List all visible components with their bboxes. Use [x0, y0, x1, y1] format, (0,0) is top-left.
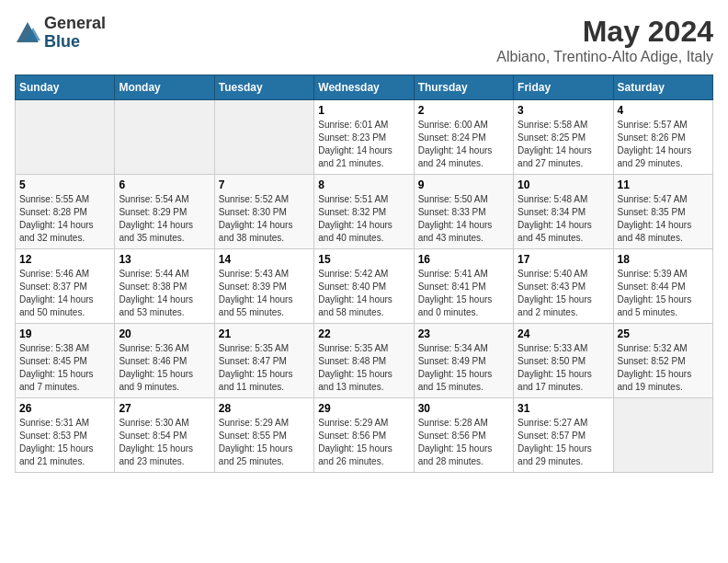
day-number: 21 [219, 327, 310, 340]
day-number: 10 [518, 178, 609, 191]
calendar-cell: 18Sunrise: 5:39 AM Sunset: 8:44 PM Dayli… [613, 249, 712, 324]
day-info: Sunrise: 5:41 AM Sunset: 8:41 PM Dayligh… [418, 268, 509, 319]
day-number: 24 [518, 327, 609, 340]
day-number: 28 [219, 402, 310, 415]
day-info: Sunrise: 5:39 AM Sunset: 8:44 PM Dayligh… [618, 268, 709, 319]
weekday-tuesday: Tuesday [214, 75, 313, 100]
calendar-cell: 15Sunrise: 5:42 AM Sunset: 8:40 PM Dayli… [314, 249, 414, 324]
calendar-cell: 14Sunrise: 5:43 AM Sunset: 8:39 PM Dayli… [214, 249, 313, 324]
day-info: Sunrise: 5:34 AM Sunset: 8:49 PM Dayligh… [418, 342, 509, 394]
day-number: 30 [418, 402, 509, 415]
day-info: Sunrise: 5:57 AM Sunset: 8:26 PM Dayligh… [618, 119, 709, 170]
day-info: Sunrise: 5:30 AM Sunset: 8:54 PM Dayligh… [119, 417, 210, 468]
week-row-1: 1Sunrise: 6:01 AM Sunset: 8:23 PM Daylig… [16, 100, 713, 175]
calendar-cell: 24Sunrise: 5:33 AM Sunset: 8:50 PM Dayli… [514, 324, 613, 398]
title-block: May 2024 Albiano, Trentino-Alto Adige, I… [496, 15, 713, 65]
day-number: 9 [418, 178, 509, 191]
calendar-cell: 10Sunrise: 5:48 AM Sunset: 8:34 PM Dayli… [514, 175, 613, 249]
weekday-thursday: Thursday [414, 75, 513, 100]
day-info: Sunrise: 5:36 AM Sunset: 8:46 PM Dayligh… [119, 342, 210, 394]
logo: General Blue [15, 15, 106, 52]
calendar-table: SundayMondayTuesdayWednesdayThursdayFrid… [15, 75, 713, 473]
calendar-cell: 19Sunrise: 5:38 AM Sunset: 8:45 PM Dayli… [16, 324, 115, 398]
day-info: Sunrise: 5:29 AM Sunset: 8:55 PM Dayligh… [219, 417, 310, 468]
day-info: Sunrise: 5:47 AM Sunset: 8:35 PM Dayligh… [618, 193, 709, 245]
calendar-cell: 4Sunrise: 5:57 AM Sunset: 8:26 PM Daylig… [613, 100, 712, 175]
calendar-cell: 2Sunrise: 6:00 AM Sunset: 8:24 PM Daylig… [414, 100, 513, 175]
weekday-friday: Friday [514, 75, 613, 100]
weekday-wednesday: Wednesday [314, 75, 414, 100]
day-number: 17 [518, 253, 609, 266]
day-info: Sunrise: 5:40 AM Sunset: 8:43 PM Dayligh… [518, 268, 609, 319]
day-info: Sunrise: 5:31 AM Sunset: 8:53 PM Dayligh… [19, 417, 110, 468]
day-info: Sunrise: 5:35 AM Sunset: 8:47 PM Dayligh… [219, 342, 310, 394]
day-number: 11 [618, 178, 709, 191]
day-number: 4 [618, 104, 709, 117]
day-number: 6 [119, 178, 210, 191]
calendar-cell [16, 100, 115, 175]
day-number: 7 [219, 178, 310, 191]
calendar-cell: 5Sunrise: 5:55 AM Sunset: 8:28 PM Daylig… [16, 175, 115, 249]
main-title: May 2024 [496, 15, 713, 49]
day-info: Sunrise: 5:43 AM Sunset: 8:39 PM Dayligh… [219, 268, 310, 319]
subtitle: Albiano, Trentino-Alto Adige, Italy [496, 49, 713, 65]
day-info: Sunrise: 6:00 AM Sunset: 8:24 PM Dayligh… [418, 119, 509, 170]
day-number: 22 [318, 327, 409, 340]
day-info: Sunrise: 5:44 AM Sunset: 8:38 PM Dayligh… [119, 268, 210, 319]
calendar-cell: 25Sunrise: 5:32 AM Sunset: 8:52 PM Dayli… [613, 324, 712, 398]
calendar-cell: 8Sunrise: 5:51 AM Sunset: 8:32 PM Daylig… [314, 175, 414, 249]
day-number: 26 [19, 402, 110, 415]
calendar-cell: 16Sunrise: 5:41 AM Sunset: 8:41 PM Dayli… [414, 249, 513, 324]
calendar-cell: 31Sunrise: 5:27 AM Sunset: 8:57 PM Dayli… [514, 398, 613, 473]
weekday-saturday: Saturday [613, 75, 712, 100]
day-number: 16 [418, 253, 509, 266]
day-info: Sunrise: 5:46 AM Sunset: 8:37 PM Dayligh… [19, 268, 110, 319]
day-info: Sunrise: 5:52 AM Sunset: 8:30 PM Dayligh… [219, 193, 310, 245]
week-row-4: 19Sunrise: 5:38 AM Sunset: 8:45 PM Dayli… [16, 324, 713, 398]
day-info: Sunrise: 5:33 AM Sunset: 8:50 PM Dayligh… [518, 342, 609, 394]
day-info: Sunrise: 5:29 AM Sunset: 8:56 PM Dayligh… [318, 417, 409, 468]
calendar-cell: 12Sunrise: 5:46 AM Sunset: 8:37 PM Dayli… [16, 249, 115, 324]
weekday-header-row: SundayMondayTuesdayWednesdayThursdayFrid… [16, 75, 713, 100]
day-number: 3 [518, 104, 609, 117]
logo-blue: Blue [44, 33, 106, 52]
calendar-header: SundayMondayTuesdayWednesdayThursdayFrid… [16, 75, 713, 100]
calendar-cell: 11Sunrise: 5:47 AM Sunset: 8:35 PM Dayli… [613, 175, 712, 249]
day-info: Sunrise: 6:01 AM Sunset: 8:23 PM Dayligh… [318, 119, 409, 170]
calendar-cell: 13Sunrise: 5:44 AM Sunset: 8:38 PM Dayli… [115, 249, 214, 324]
day-number: 2 [418, 104, 509, 117]
week-row-3: 12Sunrise: 5:46 AM Sunset: 8:37 PM Dayli… [16, 249, 713, 324]
calendar-cell: 3Sunrise: 5:58 AM Sunset: 8:25 PM Daylig… [514, 100, 613, 175]
calendar-cell [214, 100, 313, 175]
day-number: 27 [119, 402, 210, 415]
calendar-cell: 22Sunrise: 5:35 AM Sunset: 8:48 PM Dayli… [314, 324, 414, 398]
day-info: Sunrise: 5:38 AM Sunset: 8:45 PM Dayligh… [19, 342, 110, 394]
page-header: General Blue May 2024 Albiano, Trentino-… [15, 15, 713, 65]
day-info: Sunrise: 5:51 AM Sunset: 8:32 PM Dayligh… [318, 193, 409, 245]
calendar-cell: 7Sunrise: 5:52 AM Sunset: 8:30 PM Daylig… [214, 175, 313, 249]
day-number: 19 [19, 327, 110, 340]
calendar-cell [115, 100, 214, 175]
week-row-5: 26Sunrise: 5:31 AM Sunset: 8:53 PM Dayli… [16, 398, 713, 473]
calendar-cell [613, 398, 712, 473]
logo-general: General [44, 15, 106, 33]
calendar-cell: 28Sunrise: 5:29 AM Sunset: 8:55 PM Dayli… [214, 398, 313, 473]
calendar-cell: 1Sunrise: 6:01 AM Sunset: 8:23 PM Daylig… [314, 100, 414, 175]
day-number: 23 [418, 327, 509, 340]
logo-text: General Blue [44, 15, 106, 52]
calendar-cell: 27Sunrise: 5:30 AM Sunset: 8:54 PM Dayli… [115, 398, 214, 473]
day-number: 29 [318, 402, 409, 415]
logo-icon [15, 20, 40, 46]
weekday-monday: Monday [115, 75, 214, 100]
day-info: Sunrise: 5:48 AM Sunset: 8:34 PM Dayligh… [518, 193, 609, 245]
calendar-cell: 6Sunrise: 5:54 AM Sunset: 8:29 PM Daylig… [115, 175, 214, 249]
day-number: 5 [19, 178, 110, 191]
calendar-body: 1Sunrise: 6:01 AM Sunset: 8:23 PM Daylig… [16, 100, 713, 473]
day-info: Sunrise: 5:42 AM Sunset: 8:40 PM Dayligh… [318, 268, 409, 319]
weekday-sunday: Sunday [16, 75, 115, 100]
day-number: 25 [618, 327, 709, 340]
day-number: 12 [19, 253, 110, 266]
week-row-2: 5Sunrise: 5:55 AM Sunset: 8:28 PM Daylig… [16, 175, 713, 249]
day-number: 1 [318, 104, 409, 117]
calendar-cell: 29Sunrise: 5:29 AM Sunset: 8:56 PM Dayli… [314, 398, 414, 473]
